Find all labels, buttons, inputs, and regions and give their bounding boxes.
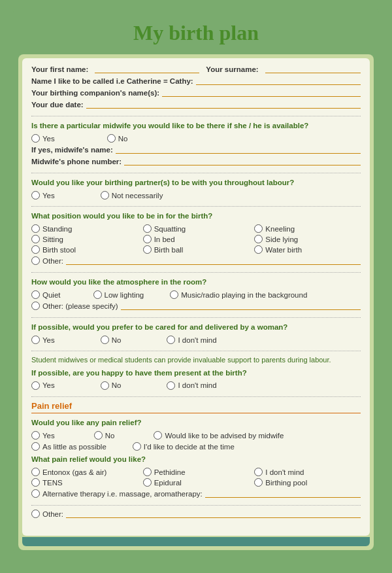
other-row: Other: [31,510,361,518]
pain-decide[interactable]: I'd like to decide at the time [133,442,235,451]
pain-entonox[interactable]: Entonox (gas & air) [31,468,138,476]
name-row: Your first name: Your surname: [31,65,361,73]
atmosphere-question: How would you like the atmosphere in the… [31,277,361,287]
first-name-label: Your first name: [31,65,88,73]
radio-circle [101,191,109,200]
title-area: My birth plan [18,12,374,54]
pain-options-1: Yes No Would like to be advised by midwi… [31,431,361,440]
page-title: My birth plan [18,21,374,45]
atmosphere-options: Quiet Low lighting Music/radio playing i… [31,290,361,299]
due-date-label: Your due date: [31,101,84,109]
midwife-name-row: If yes, midwife's name: [31,145,361,154]
pain-alt-input[interactable] [205,489,361,498]
partner-yes[interactable]: Yes [31,191,55,200]
students-note: Student midwives or medical students can… [31,355,361,365]
position-grid: Standing Squatting Kneeling Sitting In b… [31,224,361,254]
pos-sitting[interactable]: Sitting [31,235,138,243]
midwife-phone-input[interactable] [124,157,361,165]
midwife-name-label: If yes, midwife's name: [31,146,113,154]
pos-sidelying[interactable]: Side lying [254,235,361,243]
surname-input[interactable] [265,65,361,73]
personal-info-section: Your first name: Your surname: Name I li… [31,65,361,116]
first-name-input[interactable] [95,65,199,73]
pain-q2: What pain relief would you like? [31,454,361,464]
pos-birthstool[interactable]: Birth stool [31,245,138,254]
position-other-row: Other: [31,256,361,265]
nickname-label: Name I like to be called i.e Catherine =… [31,77,193,85]
pain-alt[interactable]: Alternative therapy i.e. massage, aromat… [31,489,203,498]
midwife-no[interactable]: No [107,134,128,143]
radio-circle [31,134,40,143]
midwife-phone-label: Midwife's phone number: [31,158,122,165]
pain-yes[interactable]: Yes [31,431,55,440]
pain-relief-section: Pain relief Would you like any pain reli… [31,401,361,506]
st-no[interactable]: No [101,381,122,390]
st-dontmind[interactable]: I don't mind [167,381,216,390]
nickname-input[interactable] [196,77,361,85]
pos-kneeling[interactable]: Kneeling [254,224,361,233]
pain-divider [31,413,361,413]
wc-no[interactable]: No [101,336,122,344]
partner-options: Yes Not necessarily [31,191,361,200]
companion-input[interactable] [162,88,361,97]
due-date-row: Your due date: [31,100,361,109]
partner-section: Would you like your birthing partner(s) … [31,177,361,207]
other-item[interactable]: Other: [31,510,63,518]
pain-aslittle[interactable]: As little as possible [31,442,106,451]
pain-tens[interactable]: TENS [31,478,138,487]
atmosphere-other-input[interactable] [121,302,361,310]
pain-epidural[interactable]: Epidural [143,478,250,487]
pain-types-grid: Entonox (gas & air) Pethidine I don't mi… [31,468,361,487]
pain-advised[interactable]: Would like to be advised by midwife [154,431,284,440]
atm-lowlight[interactable]: Low lighting [93,290,144,299]
pain-birthingpool[interactable]: Birthing pool [254,478,361,487]
st-yes[interactable]: Yes [31,381,55,390]
radio-circle [31,191,40,200]
midwife-phone-row: Midwife's phone number: [31,157,361,165]
midwife-options: Yes No [31,134,361,143]
pain-options-2: As little as possible I'd like to decide… [31,442,361,451]
pos-birthball[interactable]: Birth ball [143,245,250,254]
other-section: Other: [31,510,361,525]
pos-standing[interactable]: Standing [31,224,138,233]
atmosphere-section: How would you like the atmosphere in the… [31,277,361,318]
pos-squatting[interactable]: Squatting [143,224,250,233]
page-wrapper: My birth plan Your first name: Your surn… [13,7,379,555]
pain-pethidine[interactable]: Pethidine [143,468,250,476]
wc-yes[interactable]: Yes [31,336,55,344]
radio-circle [107,134,116,143]
position-other-input[interactable] [66,256,361,265]
nickname-row: Name I like to be called i.e Catherine =… [31,77,361,85]
atmosphere-other-row: Other: (please specify) [31,302,361,310]
form-inner: Your first name: Your surname: Name I li… [22,58,370,536]
atm-music[interactable]: Music/radio playing in the background [170,290,307,299]
companion-row: Your birthing companion's name(s): [31,88,361,97]
woman-carer-section: If possible, would you prefer to be care… [31,322,361,351]
students-options: Yes No I don't mind [31,381,361,390]
position-question: What position would you like to be in fo… [31,211,361,221]
pos-other[interactable]: Other: [31,256,63,265]
pos-waterbirth[interactable]: Water birth [254,245,361,254]
companion-label: Your birthing companion's name(s): [31,89,159,97]
atm-quiet[interactable]: Quiet [31,290,61,299]
partner-question: Would you like your birthing partner(s) … [31,177,361,188]
due-date-input[interactable] [86,100,361,109]
students-question: If possible, are you happy to have them … [31,368,361,378]
bottom-bar [22,537,370,546]
midwife-yes[interactable]: Yes [31,134,55,143]
pain-no[interactable]: No [94,431,115,440]
partner-not-necessarily[interactable]: Not necessarily [101,191,163,200]
students-section: Student midwives or medical students can… [31,355,361,396]
pos-inbed[interactable]: In bed [143,235,250,243]
pain-q1: Would you like any pain relief? [31,417,361,428]
woman-carer-question: If possible, would you prefer to be care… [31,322,361,332]
surname-label: Your surname: [206,65,258,73]
pain-alt-row: Alternative therapy i.e. massage, aromat… [31,489,361,498]
midwife-name-input[interactable] [116,145,361,154]
form-outer: Your first name: Your surname: Name I li… [18,54,374,550]
midwife-question: Is there a particular midwife you would … [31,120,361,131]
atm-other[interactable]: Other: (please specify) [31,302,118,310]
other-input[interactable] [66,510,361,518]
pain-dontmind[interactable]: I don't mind [254,468,361,476]
wc-dontmind[interactable]: I don't mind [167,336,216,344]
